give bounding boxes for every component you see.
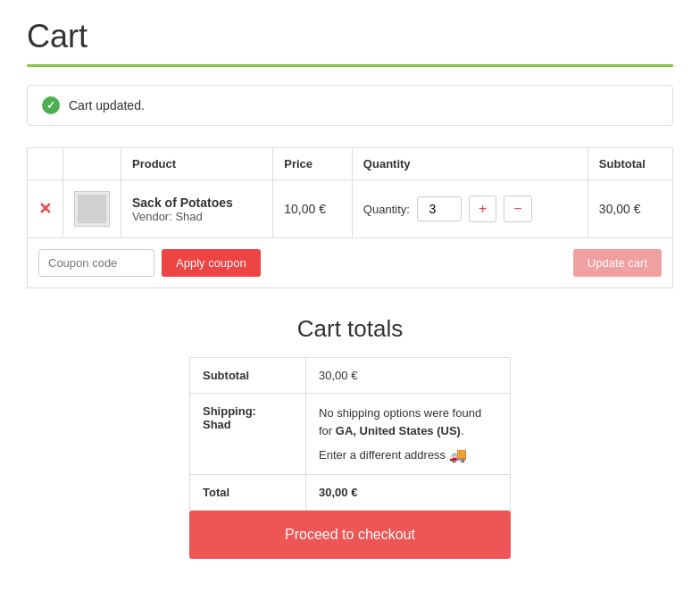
- shipping-value-cell: No shipping options were found for GA, U…: [306, 394, 511, 475]
- quantity-cell: Quantity: + −: [352, 180, 588, 238]
- update-cart-button[interactable]: Update cart: [573, 249, 662, 277]
- table-row: ✕ Sack of Potatoes Vendor: Shad 10,00 € …: [28, 180, 673, 238]
- address-link-text: Enter a different address: [319, 448, 446, 462]
- remove-cell: ✕: [28, 180, 63, 238]
- coupon-left: Apply coupon: [38, 249, 261, 277]
- col-product: Product: [121, 148, 273, 180]
- page-title: Cart: [27, 18, 673, 55]
- cart-totals-section: Cart totals Subtotal 30,00 € Shipping: S…: [27, 315, 673, 559]
- quantity-input[interactable]: [417, 196, 462, 221]
- coupon-row: Apply coupon Update cart: [27, 238, 673, 288]
- quantity-increase-button[interactable]: +: [469, 196, 496, 222]
- truck-icon: 🚚: [449, 446, 467, 463]
- checkout-button[interactable]: Proceed to checkout: [189, 511, 511, 559]
- address-link-wrapper: Enter a different address 🚚: [319, 446, 497, 463]
- vendor-name: Shad: [175, 210, 202, 223]
- subtotal-cell: 30,00 €: [588, 180, 672, 238]
- subtotal-label: Subtotal: [190, 358, 306, 394]
- col-quantity: Quantity: [352, 148, 588, 180]
- product-price: 10,00 €: [284, 202, 326, 216]
- quantity-label: Quantity:: [363, 203, 410, 216]
- price-cell: 10,00 €: [273, 180, 353, 238]
- product-subtotal: 30,00 €: [599, 202, 641, 216]
- product-cell: Sack of Potatoes Vendor: Shad: [121, 180, 273, 238]
- subtotal-value: 30,00 €: [306, 358, 511, 394]
- col-subtotal: Subtotal: [588, 148, 672, 180]
- product-name: Sack of Potatoes: [132, 196, 262, 210]
- product-thumbnail: [74, 191, 110, 227]
- cart-totals-title: Cart totals: [297, 315, 404, 343]
- quantity-decrease-button[interactable]: −: [504, 196, 531, 222]
- total-value: 30,00 €: [306, 475, 511, 511]
- thumbnail-image: [78, 195, 106, 223]
- col-remove: [28, 148, 63, 180]
- total-row: Total 30,00 €: [190, 475, 511, 511]
- cart-notice: Cart updated.: [27, 85, 673, 126]
- col-price: Price: [273, 148, 353, 180]
- vendor-label: Vendor:: [132, 210, 172, 223]
- subtotal-row: Subtotal 30,00 €: [190, 358, 511, 394]
- remove-item-button[interactable]: ✕: [38, 199, 52, 219]
- apply-coupon-button[interactable]: Apply coupon: [162, 249, 261, 277]
- shipping-note: No shipping options were found for GA, U…: [319, 404, 497, 439]
- coupon-input[interactable]: [38, 249, 154, 277]
- shipping-label: Shipping: Shad: [190, 394, 306, 475]
- enter-address-link[interactable]: Enter a different address 🚚: [319, 446, 467, 463]
- image-cell: [63, 180, 121, 238]
- product-vendor: Vendor: Shad: [132, 210, 262, 223]
- totals-table: Subtotal 30,00 € Shipping: Shad No shipp…: [189, 357, 511, 511]
- cart-table: Product Price Quantity Subtotal ✕ Sack o…: [27, 147, 673, 238]
- total-label: Total: [190, 475, 306, 511]
- shipping-row: Shipping: Shad No shipping options were …: [190, 394, 511, 475]
- shipping-vendor: Shad: [203, 418, 231, 431]
- shipping-text: Shipping:: [203, 404, 256, 418]
- col-image: [63, 148, 121, 180]
- check-icon: [42, 96, 60, 114]
- quantity-wrapper: Quantity: + −: [363, 196, 577, 222]
- notice-text: Cart updated.: [69, 98, 145, 112]
- green-divider: [27, 64, 673, 67]
